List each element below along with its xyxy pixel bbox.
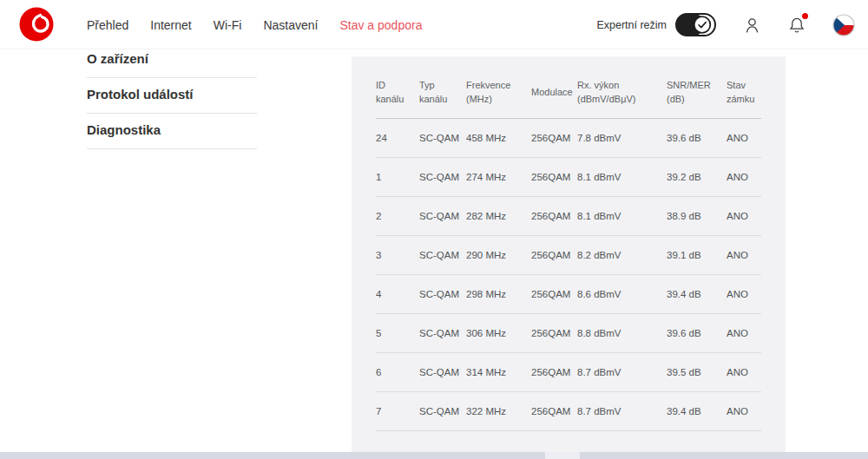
cell-lock-status: ANO [727, 250, 761, 260]
cell-frequency: 282 MHz [466, 211, 531, 221]
cell-frequency: 290 MHz [466, 250, 531, 260]
table-row: 3 SC-QAM 290 MHz 256QAM 8.2 dBmV 39.1 dB… [376, 236, 761, 275]
cell-snr-mer: 39.6 dB [667, 328, 727, 338]
main-nav: Přehled Internet Wi-Fi Nastavení Stav a … [87, 0, 422, 49]
cell-modulation: 256QAM [531, 328, 577, 338]
sidebar-item-o-zarizeni[interactable]: O zařízení [87, 48, 257, 78]
horizontal-scrollbar-thumb[interactable] [545, 452, 580, 459]
cell-modulation: 256QAM [531, 211, 577, 221]
cell-snr-mer: 39.4 dB [667, 289, 727, 299]
column-header: SNR/MER (dB) [667, 79, 727, 107]
cell-rx-power: 8.6 dBmV [577, 289, 667, 299]
cell-lock-status: ANO [727, 406, 761, 416]
column-header: Modulace [531, 86, 577, 100]
cell-channel-type: SC-QAM [419, 133, 466, 143]
cell-snr-mer: 39.4 dB [667, 406, 727, 416]
cell-channel-type: SC-QAM [419, 289, 466, 299]
horizontal-scrollbar[interactable] [0, 452, 868, 459]
cell-modulation: 256QAM [531, 289, 577, 299]
table-row: 7 SC-QAM 322 MHz 256QAM 8.7 dBmV 39.4 dB… [376, 392, 761, 431]
cell-lock-status: ANO [727, 367, 761, 377]
cell-lock-status: ANO [727, 211, 761, 221]
cell-channel-type: SC-QAM [419, 328, 466, 338]
cell-modulation: 256QAM [531, 172, 577, 182]
table-row: 6 SC-QAM 314 MHz 256QAM 8.7 dBmV 39.5 dB… [376, 353, 761, 392]
user-icon[interactable] [743, 15, 761, 36]
cell-channel-type: SC-QAM [419, 250, 466, 260]
cell-lock-status: ANO [727, 328, 761, 338]
notifications-bell-icon[interactable] [788, 15, 806, 35]
expert-mode-label: Expertní režim [596, 19, 667, 31]
cell-frequency: 322 MHz [466, 406, 531, 416]
cell-channel-type: SC-QAM [419, 367, 466, 377]
cell-modulation: 256QAM [531, 367, 577, 377]
cell-channel-id: 4 [376, 289, 419, 299]
cell-modulation: 256QAM [531, 133, 577, 143]
cell-channel-type: SC-QAM [419, 211, 466, 221]
column-header: ID kanálu [376, 79, 419, 107]
cell-snr-mer: 39.5 dB [667, 367, 727, 377]
table-row: 24 SC-QAM 458 MHz 256QAM 7.8 dBmV 39.6 d… [376, 119, 761, 158]
expert-mode-toggle[interactable] [675, 13, 716, 36]
notification-dot [802, 13, 808, 19]
table-row: 4 SC-QAM 298 MHz 256QAM 8.6 dBmV 39.4 dB… [376, 275, 761, 314]
cell-modulation: 256QAM [531, 406, 577, 416]
cell-snr-mer: 39.6 dB [667, 133, 727, 143]
cell-snr-mer: 39.1 dB [667, 250, 727, 260]
column-header: Typ kanálu [419, 79, 466, 107]
cell-rx-power: 8.1 dBmV [577, 211, 667, 221]
table-header: ID kanáluTyp kanáluFrekvence (MHz)Modula… [376, 56, 761, 119]
sidebar-item-diagnostika[interactable]: Diagnostika [87, 114, 257, 149]
cell-lock-status: ANO [727, 289, 761, 299]
content-panel: ID kanáluTyp kanáluFrekvence (MHz)Modula… [352, 56, 786, 452]
column-header: Stav zámku [727, 79, 761, 107]
cell-snr-mer: 38.9 dB [667, 211, 727, 221]
sidebar-item-protokol-udalosti[interactable]: Protokol událostí [87, 78, 257, 114]
header-controls: Expertní režim [596, 0, 855, 49]
table-body: 24 SC-QAM 458 MHz 256QAM 7.8 dBmV 39.6 d… [352, 119, 786, 431]
cell-frequency: 306 MHz [466, 328, 531, 338]
cell-channel-id: 7 [376, 406, 419, 416]
cell-lock-status: ANO [727, 133, 761, 143]
nav-nastaveni[interactable]: Nastavení [263, 18, 318, 32]
cell-frequency: 314 MHz [466, 367, 531, 377]
cell-rx-power: 8.8 dBmV [577, 328, 667, 338]
cell-channel-id: 24 [376, 133, 419, 143]
cell-channel-id: 5 [376, 328, 419, 338]
cell-rx-power: 8.2 dBmV [577, 250, 667, 260]
table-row: 1 SC-QAM 274 MHz 256QAM 8.1 dBmV 39.2 dB… [376, 158, 761, 197]
cell-channel-id: 3 [376, 250, 419, 260]
column-header: Frekvence (MHz) [466, 79, 531, 107]
cell-channel-id: 2 [376, 211, 419, 221]
cell-rx-power: 8.1 dBmV [577, 172, 667, 182]
cell-frequency: 274 MHz [466, 172, 531, 182]
nav-prehled[interactable]: Přehled [87, 18, 128, 32]
nav-stav-a-podpora[interactable]: Stav a podpora [339, 18, 422, 32]
nav-wifi[interactable]: Wi-Fi [214, 18, 242, 32]
table-row: 2 SC-QAM 282 MHz 256QAM 8.1 dBmV 38.9 dB… [376, 197, 761, 236]
czech-flag-icon[interactable] [832, 14, 855, 36]
column-header: Rx. výkon (dBmV/dBµV) [577, 79, 667, 107]
cell-channel-id: 6 [376, 367, 419, 377]
cell-rx-power: 7.8 dBmV [577, 133, 667, 143]
nav-internet[interactable]: Internet [150, 18, 191, 32]
cell-frequency: 298 MHz [466, 289, 531, 299]
cell-snr-mer: 39.2 dB [667, 172, 727, 182]
cell-rx-power: 8.7 dBmV [577, 367, 667, 377]
cell-frequency: 458 MHz [466, 133, 531, 143]
cell-lock-status: ANO [727, 172, 761, 182]
cell-channel-type: SC-QAM [419, 172, 466, 182]
cell-channel-type: SC-QAM [419, 406, 466, 416]
table-row: 5 SC-QAM 306 MHz 256QAM 8.8 dBmV 39.6 dB… [376, 314, 761, 353]
cell-channel-id: 1 [376, 172, 419, 182]
cell-modulation: 256QAM [531, 250, 577, 260]
top-header: Přehled Internet Wi-Fi Nastavení Stav a … [0, 0, 868, 49]
cell-rx-power: 8.7 dBmV [577, 406, 667, 416]
vodafone-logo-icon[interactable] [19, 7, 54, 42]
sidebar: O zařízení Protokol událostí Diagnostika [87, 48, 257, 149]
